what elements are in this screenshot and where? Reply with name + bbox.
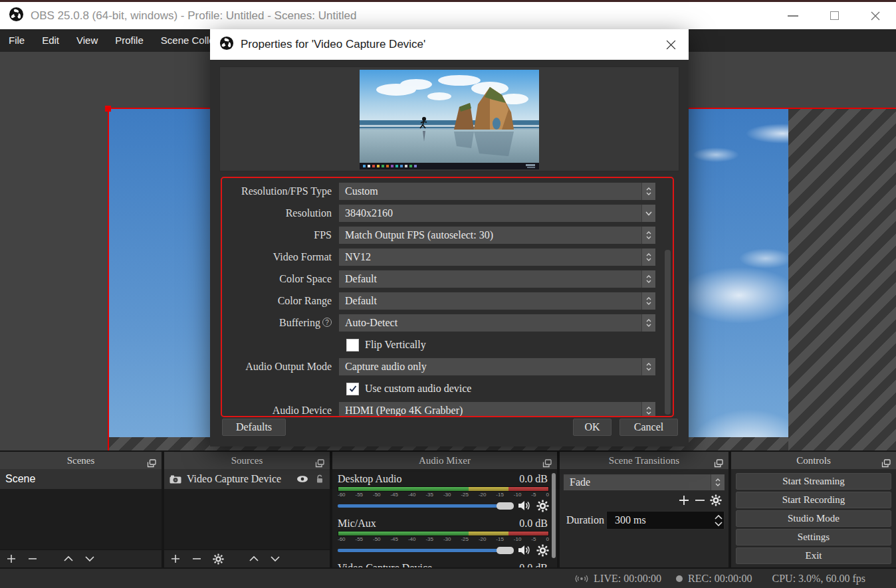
exit-button[interactable]: Exit — [736, 547, 891, 564]
combo-value: Capture audio only — [345, 361, 427, 372]
unlock-icon[interactable] — [315, 474, 324, 484]
volume-slider-handle[interactable] — [497, 547, 514, 554]
scenes-toolbar — [0, 549, 162, 567]
audio-mixer-panel: Audio Mixer Desktop Audio 0.0 dB -60-55-… — [332, 452, 557, 567]
scene-list-item[interactable]: Scene — [0, 469, 162, 489]
volume-slider[interactable] — [338, 504, 512, 508]
check-icon — [348, 384, 358, 393]
start-recording-button[interactable]: Start Recording — [736, 492, 891, 508]
combo-value: NV12 — [345, 251, 371, 262]
chevron-up-icon[interactable] — [715, 515, 723, 520]
audio-output-mode-combo[interactable]: Capture audio only — [339, 358, 655, 375]
mixer-scrollbar[interactable] — [552, 473, 556, 558]
move-scene-down-button[interactable] — [84, 553, 96, 565]
menu-view[interactable]: View — [68, 29, 106, 52]
source-list-item[interactable]: Video Capture Device — [164, 469, 330, 489]
cloud — [693, 147, 739, 162]
field-label: Color Range — [227, 295, 339, 307]
dropdown-arrow-icon[interactable] — [641, 205, 655, 222]
form-row: Resolution/FPS Type Custom — [227, 183, 655, 200]
form-row: Flip Vertically — [227, 336, 655, 353]
move-source-down-button[interactable] — [269, 553, 281, 565]
close-button[interactable] — [855, 2, 896, 29]
video-format-combo[interactable]: NV12 — [339, 248, 655, 266]
color-range-combo[interactable]: Default — [339, 292, 655, 310]
studio-mode-button[interactable]: Studio Mode — [736, 510, 891, 527]
spinner-icon[interactable] — [641, 358, 655, 375]
remove-transition-button[interactable] — [694, 494, 706, 506]
duration-spinbox[interactable]: 300 ms — [606, 511, 725, 530]
sources-list: Video Capture Device — [164, 469, 330, 549]
channel-name: Video Capture Device — [338, 561, 432, 567]
spinner-icon[interactable] — [641, 402, 655, 417]
sources-panel: Sources Video Capture Device — [164, 452, 330, 567]
gear-icon[interactable] — [536, 500, 549, 512]
transition-properties-gear-icon[interactable] — [710, 494, 722, 506]
scenes-list: Scene — [0, 469, 162, 549]
menu-file[interactable]: File — [0, 29, 33, 52]
move-scene-up-button[interactable] — [62, 553, 74, 565]
meter-tick-label: -15 — [496, 492, 504, 498]
channel-name: Mic/Aux — [338, 516, 376, 531]
start-streaming-button[interactable]: Start Streaming — [736, 473, 891, 490]
remove-scene-button[interactable] — [27, 553, 39, 565]
color-space-combo[interactable]: Default — [339, 270, 655, 288]
transition-combo[interactable]: Fade — [564, 474, 725, 490]
scene-transitions-body: Fade Dura — [560, 469, 728, 567]
spinner-icon[interactable] — [641, 227, 655, 244]
meter-tick-label: -20 — [479, 492, 487, 498]
field-label: Audio Output Mode — [227, 361, 339, 373]
sources-panel-header: Sources — [164, 452, 330, 469]
volume-slider-handle[interactable] — [497, 502, 514, 510]
menu-edit[interactable]: Edit — [33, 29, 68, 52]
chevron-down-icon[interactable] — [715, 522, 723, 526]
menu-profile[interactable]: Profile — [106, 29, 152, 52]
spinner-icon[interactable] — [641, 183, 655, 200]
form-scrollbar[interactable] — [665, 250, 671, 415]
live-time: LIVE: 00:00:00 — [594, 573, 661, 585]
add-scene-button[interactable] — [5, 553, 17, 565]
dialog-close-button[interactable] — [662, 36, 679, 53]
spinner-icon[interactable] — [641, 292, 655, 310]
resolution-combo[interactable]: 3840x2160 — [339, 205, 655, 222]
spinner-icon[interactable] — [641, 248, 655, 266]
combo-value: Default — [345, 295, 377, 306]
meter-tick-label: -45 — [390, 536, 398, 543]
help-icon[interactable]: ? — [322, 318, 332, 327]
speaker-icon[interactable] — [518, 500, 531, 511]
spinner-icon[interactable] — [711, 474, 725, 490]
resolution-fps-type-combo[interactable]: Custom — [339, 183, 655, 200]
meter-tick-label: -55 — [355, 492, 363, 498]
minimize-button[interactable] — [772, 2, 814, 29]
meter-tick-label: -15 — [496, 536, 504, 543]
audio-device-combo[interactable]: HDMI (Pengo 4K Grabber) — [339, 402, 655, 417]
spinner-icon[interactable] — [641, 270, 655, 288]
gear-icon[interactable] — [536, 544, 549, 557]
eye-visibility-icon[interactable] — [296, 475, 308, 483]
defaults-button[interactable]: Defaults — [222, 419, 286, 436]
add-transition-button[interactable] — [678, 494, 690, 506]
offcanvas-stripes-right — [788, 109, 896, 450]
buffering-combo[interactable]: Auto-Detect — [339, 314, 655, 332]
use-custom-audio-device-checkbox[interactable] — [346, 383, 359, 395]
scenes-panel: Scenes Scene — [0, 452, 162, 567]
ok-button[interactable]: OK — [573, 419, 612, 436]
scene-transitions-panel-header: Scene Transitions — [560, 452, 728, 469]
window-titlebar: OBS 25.0.8 (64-bit, windows) - Profile: … — [0, 0, 896, 29]
combo-value: Custom — [345, 185, 378, 197]
spinner-icon[interactable] — [641, 314, 655, 332]
field-label-text: Buffering — [279, 317, 320, 328]
settings-button[interactable]: Settings — [736, 529, 891, 545]
source-properties-gear-icon[interactable] — [212, 553, 224, 565]
move-source-up-button[interactable] — [248, 553, 260, 565]
dialog-buttons: Defaults OK Cancel — [222, 419, 678, 436]
cancel-button[interactable]: Cancel — [619, 419, 678, 436]
remove-source-button[interactable] — [191, 553, 203, 565]
maximize-button[interactable] — [814, 2, 855, 29]
volume-slider[interactable] — [338, 549, 512, 552]
selection-handle[interactable] — [105, 106, 111, 112]
fps-combo[interactable]: Match Output FPS (autoselect: 30) — [339, 227, 655, 244]
add-source-button[interactable] — [169, 553, 181, 565]
speaker-icon[interactable] — [518, 545, 531, 555]
flip-vertically-checkbox[interactable] — [346, 339, 359, 351]
